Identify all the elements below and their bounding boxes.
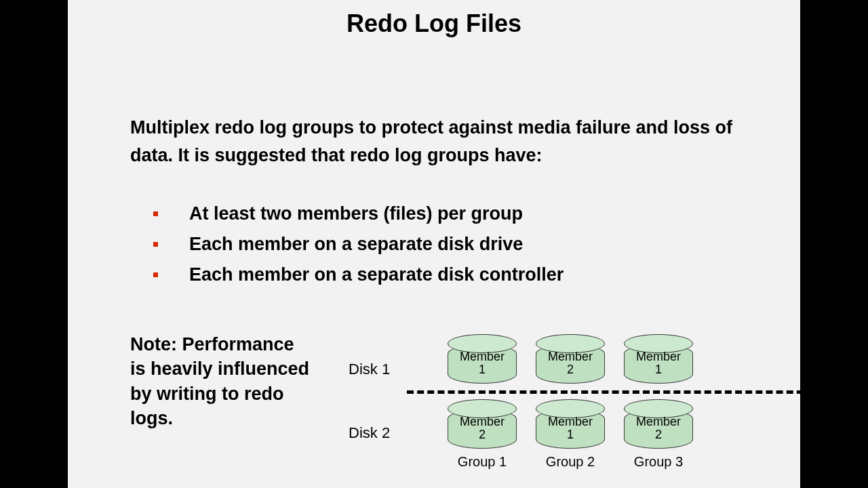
bullet-icon xyxy=(153,211,158,216)
disk-label-1: Disk 1 xyxy=(349,361,390,378)
bullet-list: At least two members (files) per group E… xyxy=(130,203,734,295)
group-label-1: Group 1 xyxy=(445,454,519,470)
bullet-text: At least two members (files) per group xyxy=(189,203,523,224)
group-label-2: Group 2 xyxy=(533,454,608,470)
cylinder-label: Member2 xyxy=(448,415,516,441)
cylinder-label: Member1 xyxy=(448,350,516,376)
slide-title: Redo Log Files xyxy=(68,9,800,38)
cylinder-label: Member2 xyxy=(625,415,692,441)
bullet-icon xyxy=(153,272,158,277)
bullet-text: Each member on a separate disk drive xyxy=(189,234,523,255)
disk-label-2: Disk 2 xyxy=(349,424,390,442)
slide: Redo Log Files Multiplex redo log groups… xyxy=(68,0,800,488)
cylinder-icon: Member1 xyxy=(536,409,605,449)
note-paragraph: Note: Performance is heavily influenced … xyxy=(130,332,313,431)
bullet-item: Each member on a separate disk drive xyxy=(130,234,734,255)
bullet-item: At least two members (files) per group xyxy=(130,203,734,224)
bullet-icon xyxy=(153,242,158,247)
cylinder-icon: Member1 xyxy=(448,344,517,384)
cylinder-icon: Member1 xyxy=(624,344,693,384)
cylinder-label: Member1 xyxy=(536,415,604,441)
cylinder-icon: Member2 xyxy=(536,344,605,384)
cylinder-label: Member1 xyxy=(625,350,692,376)
disk-separator-line xyxy=(407,390,814,394)
bullet-text: Each member on a separate disk controlle… xyxy=(189,264,564,285)
cylinder-icon: Member2 xyxy=(624,409,693,449)
bullet-item: Each member on a separate disk controlle… xyxy=(130,264,734,285)
intro-paragraph: Multiplex redo log groups to protect aga… xyxy=(130,114,734,169)
group-label-3: Group 3 xyxy=(621,454,696,470)
cylinder-label: Member2 xyxy=(536,350,604,376)
cylinder-icon: Member2 xyxy=(448,409,517,449)
